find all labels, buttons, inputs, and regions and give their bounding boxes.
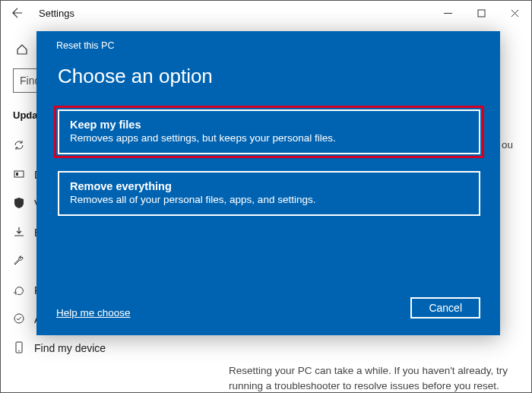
option-title: Keep my files (70, 119, 468, 131)
bg-line-2: running a troubleshooter to resolve issu… (229, 380, 499, 391)
sync-icon (13, 139, 34, 154)
maximize-button[interactable] (464, 1, 498, 25)
dialog-heading: Choose an option (58, 65, 480, 88)
minimize-button[interactable] (431, 1, 464, 25)
svg-point-6 (18, 350, 20, 351)
bg-line-1: Resetting your PC can take a while. If y… (229, 365, 508, 376)
home-icon (13, 43, 31, 58)
background-text-fragment: ou (502, 139, 513, 151)
maximize-icon (477, 9, 486, 17)
cancel-button[interactable]: Cancel (410, 297, 480, 319)
svg-rect-2 (14, 171, 24, 177)
help-me-choose-link[interactable]: Help me choose (56, 307, 131, 319)
option-title: Remove everything (70, 180, 468, 192)
backup-icon (13, 226, 34, 240)
back-button[interactable] (7, 2, 28, 24)
background-description: Resetting your PC can take a while. If y… (229, 363, 508, 393)
sidebar-item-label: Find my device (34, 342, 106, 354)
svg-rect-3 (16, 173, 18, 176)
titlebar: Settings (1, 1, 531, 25)
wrench-icon (13, 255, 34, 269)
window-title: Settings (39, 8, 74, 19)
option-description: Removes apps and settings, but keeps you… (70, 132, 468, 144)
find-device-icon (13, 341, 34, 356)
svg-rect-0 (478, 10, 485, 17)
close-button[interactable] (498, 1, 531, 25)
sidebar-item-find-my-device[interactable]: Find my device (13, 334, 229, 363)
recovery-icon (13, 284, 34, 298)
optimization-icon (13, 168, 34, 182)
option-keep-my-files[interactable]: Keep my files Removes apps and settings,… (58, 109, 480, 154)
arrow-left-icon (12, 8, 23, 18)
option-description: Removes all of your personal files, apps… (70, 194, 468, 205)
activation-icon (13, 312, 34, 327)
option-remove-everything[interactable]: Remove everything Removes all of your pe… (58, 171, 480, 216)
shield-icon (13, 197, 34, 211)
window-controls (431, 1, 531, 25)
close-icon (511, 9, 519, 17)
minimize-icon (444, 9, 452, 17)
dialog-title: Reset this PC (56, 40, 480, 51)
svg-point-4 (14, 314, 24, 323)
dialog-footer: Help me choose Cancel (56, 297, 480, 322)
reset-pc-dialog: Reset this PC Choose an option Keep my f… (36, 31, 500, 335)
